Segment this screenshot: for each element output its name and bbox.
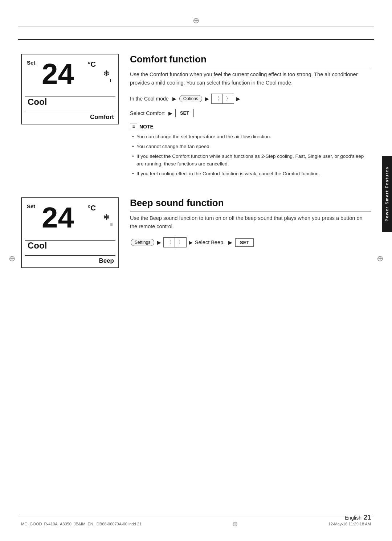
page-number-area: English 21 [345,514,371,521]
note-item-2: You cannot change the fan speed. [131,143,371,151]
beep-set-button[interactable]: SET [235,238,254,247]
note-icon: ≡ [130,123,137,130]
nav-left-btn2[interactable]: 〈 [164,238,175,247]
note-item-4: If you feel cooling effect in the Comfor… [131,170,371,178]
footer-date: 12-May-16 11:29:18 AM [328,522,371,526]
beep-content: Beep sound function Use the Beep sound f… [130,197,371,279]
beep-set-label: Set [27,203,35,209]
beep-celsius: °C [88,204,96,212]
arrow-3: ▶ [236,96,240,102]
comfort-heading: Comfort function [130,54,371,68]
comfort-temp: 24 [42,60,74,89]
arrow-2: ▶ [205,96,209,102]
comfort-fan-bars: I [110,78,111,83]
beep-temp: 24 [42,203,74,232]
sidebar-tab: Power Smart Features [382,156,392,232]
footer-file: MG_GOOD_R-410A_A3050_JB&IM_EN_ DB68-0607… [21,522,142,526]
comfort-bottom-label: Comfort [90,114,114,121]
top-rule [18,39,374,40]
crosshair-top: ⊕ [193,16,199,25]
note-list: You can change the set temperature and t… [130,133,371,178]
note-item-1: You can change the set temperature and t… [131,133,371,141]
comfort-content: Comfort function Use the Comfort functio… [130,54,371,187]
footer-page-text: English [345,515,362,521]
beep-heading: Beep sound function [130,197,371,212]
select-comfort-arrow: ▶ [168,110,172,116]
beep-fan-bars: II [110,222,113,226]
note-item-3: If you select the Comfort function while… [131,153,371,168]
sidebar-label: Power Smart Features [385,167,389,221]
comfort-description: Use the Comfort function when you feel t… [130,70,371,87]
beep-arrow1: ▶ [157,239,161,245]
comfort-set-label: Set [27,60,35,66]
comfort-celsius: °C [88,60,96,69]
settings-button[interactable]: Settings [131,239,154,246]
beep-arrow3: ▶ [228,239,232,245]
nav-left-btn1[interactable]: 〈 [212,94,222,103]
beep-instruction: Settings ▶ 〈 〉 ▶ Select Beep. ▶ SET [130,237,371,247]
beep-bottom-label: Beep [99,257,114,265]
comfort-note-section: ≡ NOTE You can change the set temperatur… [130,123,371,178]
bottom-rule [18,516,374,516]
nav-right-btn1[interactable]: 〉 [223,94,234,103]
options-button[interactable]: Options [179,95,202,102]
beep-description: Use the Beep sound function to turn on o… [130,214,371,231]
nav-right-btn2[interactable]: 〉 [175,238,186,247]
beep-fan-icon: ❄ [103,213,110,222]
crosshair-right: ⊕ [377,254,383,263]
crosshair-left: ⊕ [9,254,15,263]
comfort-set-button[interactable]: SET [175,109,194,117]
footer-page-number: 21 [364,514,371,521]
note-label: NOTE [139,124,154,130]
select-beep-text: Select Beep. [195,239,225,245]
footer-compass: ⊕ [232,520,238,528]
nav-lr-pair2: 〈 〉 [163,237,187,247]
comfort-fan-icon: ❄ [103,69,110,78]
comfort-sep2 [25,112,115,112]
beep-lcd-box: Set 24 °C ❄ II Cool Beep [21,197,119,268]
comfort-instruction2: Select Comfort ▶ SET [130,109,371,117]
beep-sep2 [25,255,115,256]
comfort-lcd-box: Set 24 °C ❄ I Cool Comfort [21,54,119,124]
note-header: ≡ NOTE [130,123,371,130]
cool-mode-text: In the Cool mode [130,96,169,102]
comfort-cool-label: Cool [28,97,47,107]
select-comfort-text: Select Comfort [130,110,165,116]
arrow-1: ▶ [172,96,176,102]
top-thin-rule [18,26,374,26]
footer: MG_GOOD_R-410A_A3050_JB&IM_EN_ DB68-0607… [21,520,371,528]
beep-cool-label: Cool [28,241,47,251]
nav-lr-pair1: 〈 〉 [211,94,234,104]
beep-arrow2: ▶ [189,239,193,245]
comfort-instruction1: In the Cool mode ▶ Options ▶ 〈 〉 ▶ [130,94,371,104]
